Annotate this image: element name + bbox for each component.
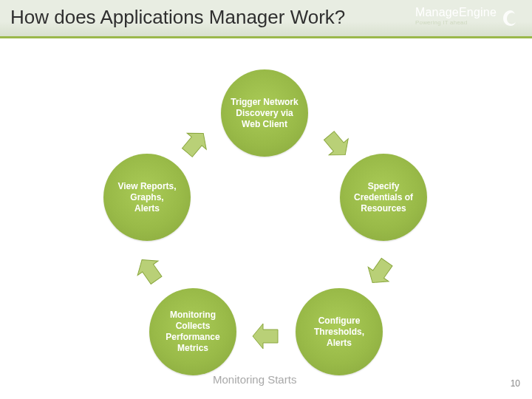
arrow-3-to-4 [248,318,285,355]
brand-block: ManageEngine Powering IT ahead [415,6,497,26]
brand-swirl-icon [499,7,522,30]
process-cycle-diagram: Trigger Network Discovery via Web Client… [0,44,532,384]
step-bubble-specify-credentials: Specify Credentials of Resources [340,154,427,241]
bubble-label: Configure Thresholds, Alerts [303,316,375,349]
diagram-caption: Monitoring Starts [213,373,296,386]
arrow-5-to-1 [176,126,213,163]
bubble-label: Monitoring Collects Performance Metrics [157,310,229,354]
brand-name: ManageEngine [415,6,497,19]
bubble-label: View Reports, Graphs, Alerts [111,181,183,214]
step-bubble-trigger-discovery: Trigger Network Discovery via Web Client [221,69,308,157]
arrow-2-to-3 [362,253,399,290]
page-number: 10 [511,378,520,389]
bubble-label: Specify Credentials of Resources [347,181,420,214]
step-bubble-monitoring-collects: Monitoring Collects Performance Metrics [149,288,236,375]
step-bubble-view-reports: View Reports, Graphs, Alerts [103,154,191,241]
bubble-label: Trigger Network Discovery via Web Client [228,97,301,130]
arrow-1-to-2 [318,126,355,163]
step-bubble-configure-thresholds: Configure Thresholds, Alerts [296,288,383,375]
header-bar: How does Applications Manager Work? Mana… [0,0,532,38]
arrow-4-to-5 [132,253,168,290]
page-title: How does Applications Manager Work? [10,6,345,29]
brand-tagline: Powering IT ahead [415,19,497,26]
